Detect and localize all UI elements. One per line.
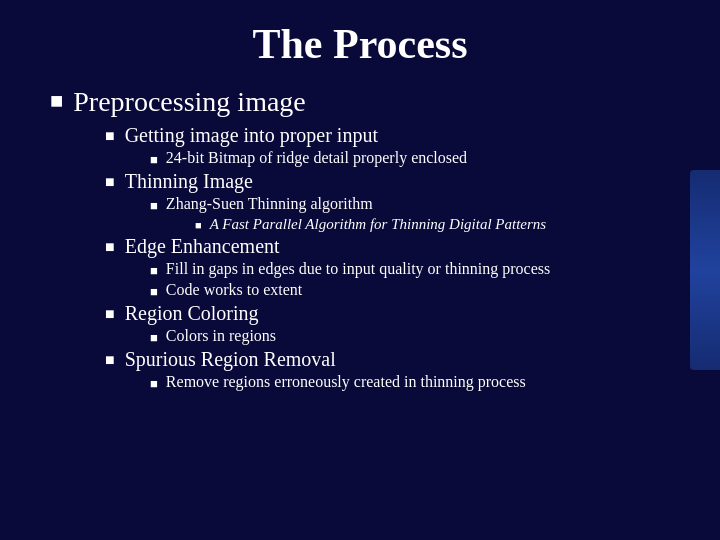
bullet-l3: ■ <box>150 263 158 279</box>
bullet-l2: ■ <box>105 351 115 369</box>
bullet-l1: ■ <box>50 88 63 114</box>
list-item: ■ A Fast Parallel Algorithm for Thinning… <box>195 216 680 233</box>
bullet-l3: ■ <box>150 284 158 300</box>
list-item: ■ Zhang-Suen Thinning algorithm <box>150 195 680 214</box>
bullet-l3: ■ <box>150 152 158 168</box>
bullet-l3: ■ <box>150 198 158 214</box>
l3-text: Remove regions erroneously created in th… <box>166 373 526 391</box>
bullet-l4: ■ <box>195 219 202 231</box>
l4-text: A Fast Parallel Algorithm for Thinning D… <box>210 216 547 233</box>
list-item: ■ Region Coloring <box>105 302 680 325</box>
list-item: ■ Getting image into proper input <box>105 124 680 147</box>
list-item: ■ Remove regions erroneously created in … <box>150 373 680 392</box>
decorative-accent <box>690 170 720 370</box>
slide: The Process ■ Preprocessing image ■ Gett… <box>0 0 720 540</box>
list-item: ■ Edge Enhancement <box>105 235 680 258</box>
content-area: ■ Preprocessing image ■ Getting image in… <box>40 86 680 392</box>
bullet-l2: ■ <box>105 173 115 191</box>
list-item: ■ Thinning Image <box>105 170 680 193</box>
l3-text: Zhang-Suen Thinning algorithm <box>166 195 373 213</box>
bullet-l2: ■ <box>105 127 115 145</box>
l2-text: Getting image into proper input <box>125 124 378 147</box>
slide-title: The Process <box>40 20 680 68</box>
bullet-l3: ■ <box>150 376 158 392</box>
list-item: ■ Preprocessing image <box>50 86 680 118</box>
l3-text: Fill in gaps in edges due to input quali… <box>166 260 550 278</box>
list-item: ■ Colors in regions <box>150 327 680 346</box>
l2-text-edge: Edge Enhancement <box>125 235 280 258</box>
list-item: ■ Code works to extent <box>150 281 680 300</box>
bullet-l3: ■ <box>150 330 158 346</box>
l2-text: Thinning Image <box>125 170 253 193</box>
bullet-l2: ■ <box>105 305 115 323</box>
l3-text-code: Code works to extent <box>166 281 302 299</box>
l3-text: Colors in regions <box>166 327 276 345</box>
list-item: ■ Spurious Region Removal <box>105 348 680 371</box>
l1-text: Preprocessing image <box>73 86 306 118</box>
list-item: ■ 24-bit Bitmap of ridge detail properly… <box>150 149 680 168</box>
l3-text: 24-bit Bitmap of ridge detail properly e… <box>166 149 467 167</box>
list-item: ■ Fill in gaps in edges due to input qua… <box>150 260 680 279</box>
l2-text-spurious: Spurious Region Removal <box>125 348 336 371</box>
l2-text-region: Region Coloring <box>125 302 259 325</box>
bullet-l2: ■ <box>105 238 115 256</box>
